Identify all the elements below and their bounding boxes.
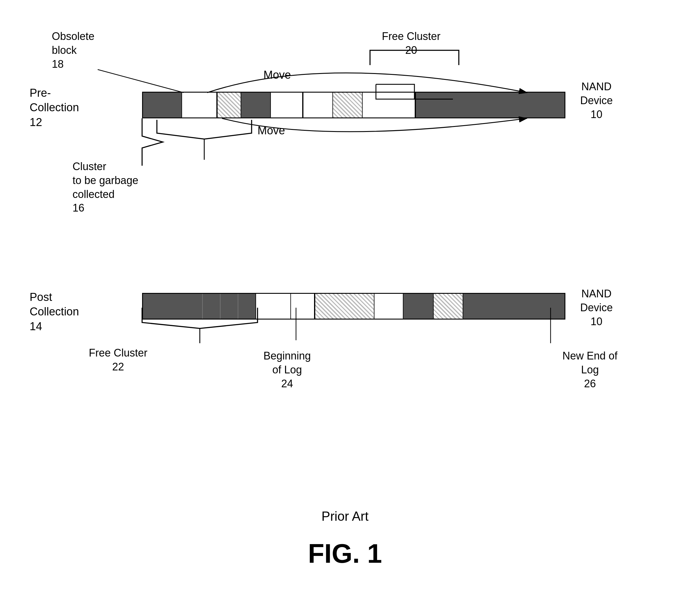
move-bottom-label: Move	[258, 124, 285, 137]
bot-seg-dotted	[315, 294, 374, 318]
free-cluster-bottom-label: Free Cluster 22	[89, 346, 147, 374]
seg-dark-1	[143, 93, 181, 117]
bottom-memory-bar	[142, 293, 565, 320]
post-collection-label: Post Collection 14	[29, 290, 79, 334]
seg-dark-2	[241, 93, 270, 117]
top-memory-bar	[142, 92, 565, 118]
diagram-container: Obsolete block 18 Free Cluster 20 Pre- C…	[0, 0, 690, 616]
bot-seg-dark-1	[143, 294, 202, 318]
seg-white-1	[181, 93, 217, 117]
svg-line-2	[98, 69, 184, 93]
obsolete-block-label: Obsolete block 18	[52, 29, 94, 71]
seg-white-2	[270, 93, 303, 117]
bot-seg-free	[256, 294, 291, 318]
fig-label: FIG. 1	[308, 538, 382, 569]
nand-device-bottom-label: NAND Device 10	[580, 287, 613, 328]
bot-seg-dark-end2	[463, 294, 564, 318]
beginning-of-log-label: Beginning of Log 24	[263, 349, 311, 391]
seg-dark-right	[415, 93, 564, 117]
move-top-label: Move	[263, 69, 291, 81]
bot-seg-dark-4	[238, 294, 256, 318]
prior-art-label: Prior Art	[321, 509, 369, 524]
bot-seg-dark-2	[202, 294, 220, 318]
new-end-of-log-label: New End of Log 26	[562, 349, 618, 391]
nand-device-top-label: NAND Device 10	[580, 80, 613, 121]
cluster-gc-label: Cluster to be garbage collected 16	[72, 160, 138, 215]
seg-white-3	[303, 93, 332, 117]
bot-seg-white-2	[291, 294, 315, 318]
free-cluster-top-label: Free Cluster 20	[382, 29, 440, 58]
bot-seg-dark-end1	[404, 294, 433, 318]
seg-dotted-2	[332, 93, 362, 117]
seg-dotted-1	[217, 93, 241, 117]
bot-seg-gap	[374, 294, 404, 318]
bot-seg-dotted-2	[433, 294, 463, 318]
pre-collection-label: Pre- Collection 12	[29, 86, 79, 130]
seg-free-cluster	[362, 93, 415, 117]
bot-seg-dark-3	[220, 294, 238, 318]
